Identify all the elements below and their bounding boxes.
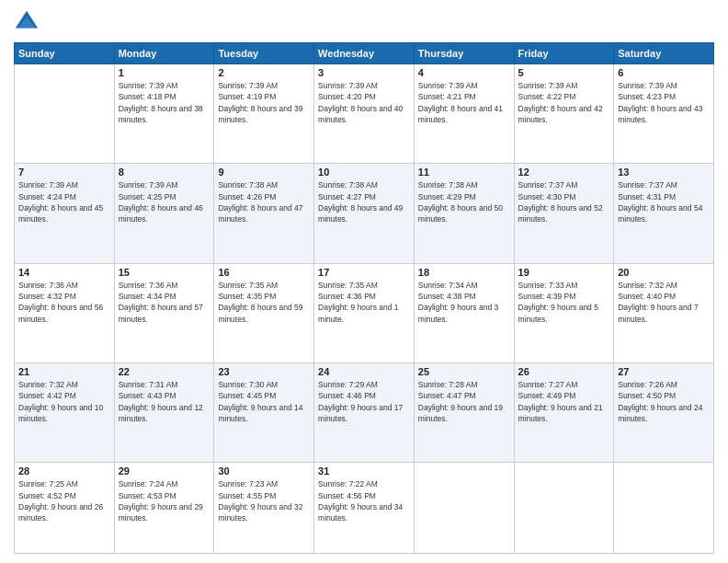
- header: [14, 9, 714, 35]
- day-info: Sunrise: 7:34 AMSunset: 4:38 PMDaylight:…: [418, 280, 510, 325]
- weekday-header-friday: Friday: [514, 43, 614, 64]
- calendar-week-row: 28Sunrise: 7:25 AMSunset: 4:52 PMDayligh…: [15, 463, 714, 554]
- day-number: 14: [18, 267, 110, 278]
- calendar-cell: 4Sunrise: 7:39 AMSunset: 4:21 PMDaylight…: [414, 64, 514, 164]
- day-number: 31: [318, 465, 410, 477]
- weekday-header-sunday: Sunday: [15, 43, 115, 64]
- day-info: Sunrise: 7:37 AMSunset: 4:30 PMDaylight:…: [518, 179, 610, 224]
- calendar-cell: 26Sunrise: 7:27 AMSunset: 4:49 PMDayligh…: [514, 363, 614, 463]
- calendar-table: SundayMondayTuesdayWednesdayThursdayFrid…: [14, 42, 714, 554]
- day-number: 27: [618, 366, 710, 377]
- day-number: 7: [18, 167, 110, 178]
- calendar-cell: 2Sunrise: 7:39 AMSunset: 4:19 PMDaylight…: [214, 64, 314, 164]
- day-info: Sunrise: 7:29 AMSunset: 4:46 PMDaylight:…: [318, 379, 410, 424]
- day-info: Sunrise: 7:22 AMSunset: 4:56 PMDaylight:…: [318, 478, 410, 523]
- day-number: 8: [119, 167, 210, 178]
- calendar-cell: 20Sunrise: 7:32 AMSunset: 4:40 PMDayligh…: [614, 263, 714, 362]
- calendar-cell: 7Sunrise: 7:39 AMSunset: 4:24 PMDaylight…: [15, 164, 115, 263]
- calendar-cell: 30Sunrise: 7:23 AMSunset: 4:55 PMDayligh…: [214, 463, 314, 554]
- calendar-cell: 11Sunrise: 7:38 AMSunset: 4:29 PMDayligh…: [414, 164, 514, 263]
- day-number: 25: [418, 366, 510, 377]
- day-number: 10: [318, 167, 410, 178]
- weekday-header-thursday: Thursday: [414, 43, 514, 64]
- day-number: 23: [218, 366, 310, 377]
- logo: [14, 9, 43, 35]
- day-info: Sunrise: 7:39 AMSunset: 4:18 PMDaylight:…: [119, 80, 210, 125]
- day-info: Sunrise: 7:36 AMSunset: 4:34 PMDaylight:…: [119, 280, 210, 325]
- calendar-cell: 28Sunrise: 7:25 AMSunset: 4:52 PMDayligh…: [15, 463, 115, 554]
- day-info: Sunrise: 7:35 AMSunset: 4:36 PMDaylight:…: [318, 280, 410, 325]
- day-info: Sunrise: 7:32 AMSunset: 4:40 PMDaylight:…: [618, 280, 710, 325]
- weekday-header-saturday: Saturday: [614, 43, 714, 64]
- day-info: Sunrise: 7:35 AMSunset: 4:35 PMDaylight:…: [218, 280, 310, 325]
- calendar-cell: [514, 463, 614, 554]
- day-number: 16: [218, 267, 310, 278]
- day-info: Sunrise: 7:24 AMSunset: 4:53 PMDaylight:…: [119, 478, 210, 523]
- calendar-cell: 17Sunrise: 7:35 AMSunset: 4:36 PMDayligh…: [314, 263, 415, 362]
- day-number: 30: [218, 465, 310, 477]
- calendar-cell: 15Sunrise: 7:36 AMSunset: 4:34 PMDayligh…: [114, 263, 214, 362]
- calendar-week-row: 1Sunrise: 7:39 AMSunset: 4:18 PMDaylight…: [15, 64, 714, 164]
- calendar-week-row: 14Sunrise: 7:36 AMSunset: 4:32 PMDayligh…: [15, 263, 714, 362]
- day-info: Sunrise: 7:23 AMSunset: 4:55 PMDaylight:…: [218, 478, 310, 523]
- calendar-week-row: 7Sunrise: 7:39 AMSunset: 4:24 PMDaylight…: [15, 164, 714, 263]
- calendar-cell: 31Sunrise: 7:22 AMSunset: 4:56 PMDayligh…: [314, 463, 415, 554]
- calendar-cell: [414, 463, 514, 554]
- calendar-cell: [614, 463, 714, 554]
- calendar-cell: 22Sunrise: 7:31 AMSunset: 4:43 PMDayligh…: [114, 363, 214, 463]
- day-number: 28: [18, 465, 110, 477]
- calendar-cell: 23Sunrise: 7:30 AMSunset: 4:45 PMDayligh…: [214, 363, 314, 463]
- day-info: Sunrise: 7:26 AMSunset: 4:50 PMDaylight:…: [618, 379, 710, 424]
- calendar-cell: 5Sunrise: 7:39 AMSunset: 4:22 PMDaylight…: [514, 64, 614, 164]
- day-number: 26: [518, 366, 610, 377]
- day-info: Sunrise: 7:39 AMSunset: 4:25 PMDaylight:…: [119, 179, 210, 224]
- weekday-header-tuesday: Tuesday: [214, 43, 314, 64]
- day-number: 9: [218, 167, 310, 178]
- calendar-cell: 6Sunrise: 7:39 AMSunset: 4:23 PMDaylight…: [614, 64, 714, 164]
- day-info: Sunrise: 7:27 AMSunset: 4:49 PMDaylight:…: [518, 379, 610, 424]
- day-number: 15: [119, 267, 210, 278]
- calendar-cell: 12Sunrise: 7:37 AMSunset: 4:30 PMDayligh…: [514, 164, 614, 263]
- day-info: Sunrise: 7:36 AMSunset: 4:32 PMDaylight:…: [18, 280, 110, 325]
- calendar-cell: 19Sunrise: 7:33 AMSunset: 4:39 PMDayligh…: [514, 263, 614, 362]
- day-number: 4: [418, 67, 510, 78]
- day-info: Sunrise: 7:39 AMSunset: 4:24 PMDaylight:…: [18, 179, 110, 224]
- calendar-cell: 10Sunrise: 7:38 AMSunset: 4:27 PMDayligh…: [314, 164, 415, 263]
- day-info: Sunrise: 7:38 AMSunset: 4:26 PMDaylight:…: [218, 179, 310, 224]
- calendar-cell: 21Sunrise: 7:32 AMSunset: 4:42 PMDayligh…: [15, 363, 115, 463]
- day-number: 19: [518, 267, 610, 278]
- calendar-cell: 24Sunrise: 7:29 AMSunset: 4:46 PMDayligh…: [314, 363, 415, 463]
- calendar-cell: 18Sunrise: 7:34 AMSunset: 4:38 PMDayligh…: [414, 263, 514, 362]
- calendar-cell: 14Sunrise: 7:36 AMSunset: 4:32 PMDayligh…: [15, 263, 115, 362]
- day-number: 1: [119, 67, 210, 78]
- day-info: Sunrise: 7:30 AMSunset: 4:45 PMDaylight:…: [218, 379, 310, 424]
- day-number: 11: [418, 167, 510, 178]
- day-number: 20: [618, 267, 710, 278]
- day-number: 13: [618, 167, 710, 178]
- calendar-cell: 1Sunrise: 7:39 AMSunset: 4:18 PMDaylight…: [114, 64, 214, 164]
- day-info: Sunrise: 7:39 AMSunset: 4:23 PMDaylight:…: [618, 80, 710, 125]
- calendar-cell: 29Sunrise: 7:24 AMSunset: 4:53 PMDayligh…: [114, 463, 214, 554]
- calendar-cell: 16Sunrise: 7:35 AMSunset: 4:35 PMDayligh…: [214, 263, 314, 362]
- weekday-header-row: SundayMondayTuesdayWednesdayThursdayFrid…: [15, 43, 714, 64]
- day-number: 2: [218, 67, 310, 78]
- calendar-week-row: 21Sunrise: 7:32 AMSunset: 4:42 PMDayligh…: [15, 363, 714, 463]
- day-info: Sunrise: 7:39 AMSunset: 4:22 PMDaylight:…: [518, 80, 610, 125]
- day-number: 17: [318, 267, 410, 278]
- day-info: Sunrise: 7:38 AMSunset: 4:27 PMDaylight:…: [318, 179, 410, 224]
- day-info: Sunrise: 7:31 AMSunset: 4:43 PMDaylight:…: [119, 379, 210, 424]
- weekday-header-monday: Monday: [114, 43, 214, 64]
- day-number: 24: [318, 366, 410, 377]
- calendar-cell: 13Sunrise: 7:37 AMSunset: 4:31 PMDayligh…: [614, 164, 714, 263]
- day-info: Sunrise: 7:38 AMSunset: 4:29 PMDaylight:…: [418, 179, 510, 224]
- calendar-cell: 25Sunrise: 7:28 AMSunset: 4:47 PMDayligh…: [414, 363, 514, 463]
- logo-icon: [14, 9, 40, 35]
- day-number: 6: [618, 67, 710, 78]
- day-number: 21: [18, 366, 110, 377]
- day-info: Sunrise: 7:39 AMSunset: 4:19 PMDaylight:…: [218, 80, 310, 125]
- day-number: 12: [518, 167, 610, 178]
- day-info: Sunrise: 7:33 AMSunset: 4:39 PMDaylight:…: [518, 280, 610, 325]
- day-info: Sunrise: 7:28 AMSunset: 4:47 PMDaylight:…: [418, 379, 510, 424]
- day-number: 5: [518, 67, 610, 78]
- weekday-header-wednesday: Wednesday: [314, 43, 415, 64]
